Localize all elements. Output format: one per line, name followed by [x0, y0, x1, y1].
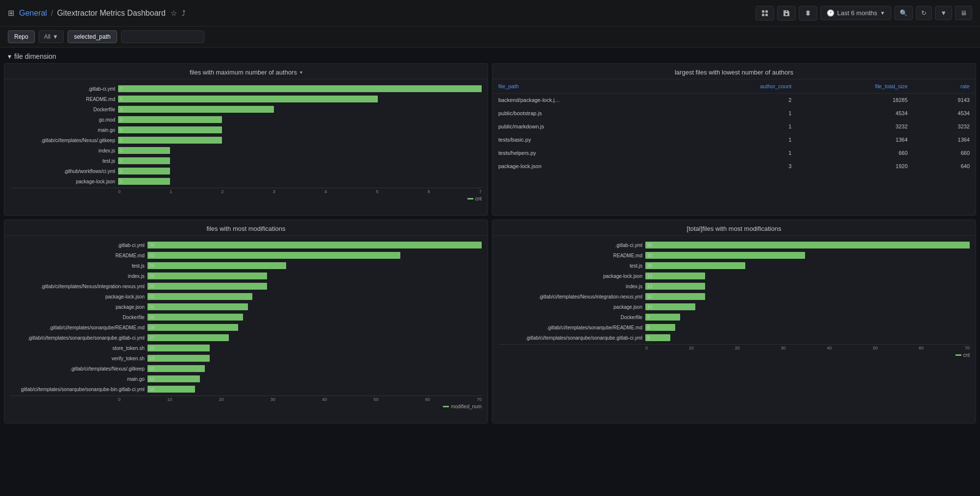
col-file-total-size[interactable]: file_total_size — [797, 79, 913, 94]
table-cell-rate: 3232 — [913, 120, 976, 133]
bar-track: 6 — [645, 324, 970, 331]
bar-label: Dockerfile — [10, 107, 118, 112]
bar-row: go.mod2 — [10, 115, 482, 124]
table-row: package-lock.json31920640 — [492, 160, 976, 173]
section-title: file dimension — [14, 52, 56, 60]
star-icon[interactable]: ☆ — [171, 9, 177, 18]
axis-tick: 70 — [965, 346, 970, 350]
zoom-out-button[interactable]: 🔍 — [894, 6, 913, 20]
breadcrumb-sep: / — [51, 9, 53, 18]
refresh-button[interactable]: ↻ — [916, 6, 932, 20]
table-cell-file_path: tests/helpers.py — [492, 147, 685, 160]
table-cell-file_total_size: 1364 — [797, 133, 913, 147]
bar-row: package.json21 — [10, 302, 482, 311]
bar-fill: 25 — [147, 283, 267, 290]
bar-value: 65 — [647, 243, 652, 248]
bar-track: 7 — [645, 314, 970, 321]
axis-line — [10, 188, 482, 188]
path-input[interactable] — [121, 30, 204, 43]
bar-fill: 5 — [118, 96, 378, 102]
legend-label: cnt — [475, 196, 482, 201]
tv-mode-button[interactable]: 🖥 — [955, 6, 972, 20]
top-left-panel: files with maximum number of authors ▾ .… — [4, 63, 488, 216]
chevron-down-icon: ▾ — [8, 52, 11, 60]
bar-fill: 12 — [645, 293, 705, 300]
bar-track: 2 — [118, 116, 482, 123]
bar-label: index.js — [10, 273, 147, 279]
bar-label: package-lock.json — [10, 179, 118, 184]
table-cell-file_total_size: 1920 — [797, 160, 913, 173]
dropdown-button[interactable]: ▼ — [935, 6, 952, 20]
bar-fill: 12 — [645, 283, 705, 290]
bar-track: 25 — [147, 273, 482, 279]
table-cell-file_path: backend/package-lock.j… — [492, 94, 685, 107]
bar-value: 70 — [149, 243, 154, 248]
bar-label: package-lock.json — [10, 294, 147, 299]
bar-label: .github/workflows/ci.yml — [10, 169, 118, 174]
axis-tick: 0 — [645, 346, 648, 350]
bar-row: package-lock.json1 — [10, 177, 482, 186]
axis-tick: 70 — [477, 397, 482, 402]
bar-row: README.md53 — [10, 251, 482, 260]
chart-legend: cnt — [10, 196, 482, 201]
legend-color — [443, 406, 449, 407]
table-cell-author_count: 1 — [685, 120, 798, 133]
bar-value: 3 — [120, 107, 122, 112]
col-rate[interactable]: rate — [913, 79, 976, 94]
top-right-panel: largest files with lowest number of auth… — [492, 63, 976, 216]
bar-fill: 12 — [147, 365, 205, 372]
bar-track: 21 — [147, 303, 482, 310]
bar-track: 12 — [645, 283, 970, 290]
bar-fill: 13 — [147, 345, 210, 351]
bar-label: main.go — [10, 376, 147, 382]
table-cell-author_count: 1 — [685, 147, 798, 160]
bar-value: 1 — [120, 179, 122, 184]
time-range-button[interactable]: 🕐 Last 6 months ▼ — [820, 6, 892, 20]
bar-row: store_token.sh13 — [10, 344, 482, 352]
table-cell-author_count: 3 — [685, 160, 798, 173]
bar-track: 1 — [118, 178, 482, 185]
bar-label: README.md — [498, 253, 645, 258]
svg-rect-0 — [762, 10, 764, 13]
bar-fill: 53 — [147, 252, 400, 259]
bar-track: 10 — [147, 386, 482, 393]
bar-track: 5 — [118, 96, 482, 102]
col-author-count[interactable]: author_count — [685, 79, 798, 94]
bar-label: test.js — [498, 263, 645, 269]
bar-value: 25 — [149, 273, 154, 278]
bar-row: .gitlab/ci/templates/sonarqube/README.md… — [498, 323, 970, 332]
bar-label: README.md — [10, 253, 147, 258]
bar-row: README.md32 — [498, 251, 970, 260]
repo-button[interactable]: Repo — [8, 30, 35, 43]
bar-label: package.json — [10, 304, 147, 310]
selected-path-button[interactable]: selected_path — [68, 30, 117, 43]
bar-fill: 21 — [147, 303, 248, 310]
axis-tick: 40 — [322, 397, 327, 402]
all-dropdown[interactable]: All ▼ — [39, 30, 64, 43]
bar-label: test.js — [10, 158, 118, 164]
share-icon[interactable]: ⤴ — [182, 9, 186, 17]
axis-tick: 4 — [324, 189, 327, 194]
breadcrumb-general[interactable]: General — [19, 9, 47, 18]
top-right-panel-title: largest files with lowest number of auth… — [492, 64, 976, 79]
bar-track: 13 — [147, 355, 482, 362]
bar-value: 53 — [149, 253, 154, 258]
bar-label: .gitlab-ci.yml — [10, 86, 118, 92]
add-panel-button[interactable] — [756, 6, 774, 21]
bar-label: package-lock.json — [498, 273, 645, 279]
bottom-left-panel: files with most modifications .gitlab-ci… — [4, 220, 488, 423]
bar-track: 1 — [118, 168, 482, 174]
bar-track: 1 — [118, 147, 482, 154]
header-left: ⊞ General / Gitextractor Metrics Dashboa… — [8, 8, 186, 18]
save-button[interactable] — [777, 6, 796, 21]
bar-track: 2 — [118, 137, 482, 144]
axis-tick: 60 — [919, 346, 924, 350]
bar-value: 10 — [647, 304, 652, 309]
settings-button[interactable] — [799, 6, 817, 21]
bar-row: package-lock.json12 — [498, 272, 970, 280]
bar-track: 2 — [118, 126, 482, 133]
bar-label: .gitlab-ci.yml — [498, 243, 645, 248]
chevron-down-icon: ▼ — [880, 10, 885, 16]
time-range-label: Last 6 months — [837, 9, 878, 17]
col-file-path[interactable]: file_path — [492, 79, 685, 94]
